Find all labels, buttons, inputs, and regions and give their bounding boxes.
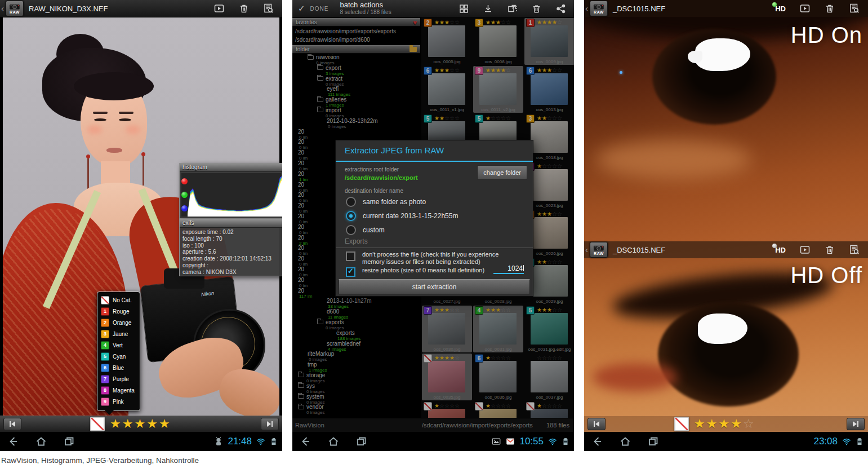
recent-apps-icon[interactable]	[355, 435, 368, 448]
model-earring-dangle	[87, 158, 89, 191]
star-icon[interactable]: ★	[718, 418, 731, 430]
start-extraction-button[interactable]: start extraction	[339, 279, 530, 294]
exif-panel-title[interactable]: exifs	[180, 219, 282, 228]
browse-files-icon[interactable]	[849, 3, 860, 14]
clock[interactable]: 21:48	[228, 436, 252, 447]
download-icon[interactable]	[483, 3, 493, 14]
back-chevron-icon[interactable]: ‹	[585, 3, 588, 13]
back-icon[interactable]	[591, 435, 603, 448]
page: Nikon histogram exifs exposure time : 0.…	[0, 0, 868, 468]
rawvision-app-icon[interactable]: RAW	[6, 1, 24, 16]
home-icon[interactable]	[619, 435, 631, 448]
star-rating[interactable]: ★★★★★	[110, 418, 171, 430]
trash-icon[interactable]	[824, 3, 835, 14]
histogram-panel-title[interactable]: histogram	[180, 164, 282, 172]
share-icon[interactable]	[555, 3, 566, 14]
browse-files-icon[interactable]	[849, 244, 860, 255]
star-icon[interactable]: ★	[146, 418, 159, 430]
star-icon[interactable]: ★	[706, 418, 719, 430]
trash-icon[interactable]	[824, 244, 835, 255]
recent-apps-icon[interactable]	[647, 435, 660, 448]
back-icon[interactable]	[7, 435, 19, 448]
back-chevron-icon[interactable]: ‹	[585, 245, 588, 254]
previous-image-button[interactable]	[587, 418, 606, 430]
star-icon[interactable]: ★	[134, 418, 146, 430]
battery-icon[interactable]	[856, 436, 863, 447]
done-button[interactable]: DONE	[310, 6, 329, 12]
clock[interactable]: 10:55	[519, 436, 544, 447]
channel-dot[interactable]	[181, 192, 188, 198]
star-icon[interactable]: ☆	[743, 418, 755, 430]
slideshow-icon[interactable]	[799, 244, 811, 255]
no-category-icon[interactable]	[674, 417, 689, 431]
system-bar: 10:55	[292, 432, 574, 451]
hd-on-overlay-text: HD On	[791, 23, 862, 48]
back-icon[interactable]	[299, 435, 311, 448]
category-item-purple[interactable]: 7Purple	[97, 373, 140, 385]
wifi-icon[interactable]	[842, 436, 852, 447]
rawvision-app-icon[interactable]: RAW	[590, 1, 608, 16]
next-image-button[interactable]	[261, 418, 279, 430]
app-titlebar: ‹ RAW RAW_NIKON_D3X.NEF	[0, 0, 282, 17]
browse-files-icon[interactable]	[263, 3, 274, 14]
checkbox[interactable]	[346, 251, 355, 261]
category-item-vert[interactable]: 4Vert	[97, 339, 140, 351]
wifi-icon[interactable]	[547, 436, 558, 447]
category-label: Orange	[113, 320, 131, 326]
checkbox[interactable]	[346, 267, 355, 277]
category-label: Purple	[113, 376, 129, 382]
exif-row: exposure time : 0.02	[182, 229, 280, 236]
battery-icon[interactable]	[562, 436, 569, 447]
hd-toggle[interactable]: HD	[771, 5, 786, 13]
category-label: Vert	[113, 342, 123, 348]
category-item-jaune[interactable]: 3Jaune	[97, 328, 140, 339]
channel-dot[interactable]	[181, 178, 188, 184]
category-item-rouge[interactable]: 1Rouge	[97, 306, 140, 317]
hd-label: HD	[775, 246, 786, 254]
recent-apps-icon[interactable]	[63, 435, 75, 448]
star-icon[interactable]: ★	[122, 418, 135, 430]
resize-value-input[interactable]: 1024	[493, 264, 524, 274]
clock[interactable]: 23:08	[813, 436, 838, 447]
gmail-notification-icon[interactable]	[505, 436, 515, 447]
next-image-button[interactable]	[847, 418, 865, 430]
no-category-icon[interactable]	[90, 417, 105, 431]
slideshow-icon[interactable]	[213, 3, 225, 14]
star-icon[interactable]: ★	[110, 418, 122, 430]
select-all-icon[interactable]	[459, 3, 469, 14]
category-item-cyan[interactable]: 5Cyan	[97, 351, 140, 362]
home-icon[interactable]	[327, 435, 340, 448]
slideshow-icon[interactable]	[799, 3, 811, 14]
previous-image-button[interactable]	[3, 418, 21, 430]
hd-toggle[interactable]: HD	[771, 246, 786, 254]
done-check-icon[interactable]: ✓	[298, 3, 305, 14]
batch-actions-title: batch actions	[340, 1, 391, 8]
category-item-pink[interactable]: 9Pink	[97, 396, 140, 407]
extractor-dialog: Extractor JPEG from RAW extractions root…	[335, 140, 533, 297]
trash-icon[interactable]	[531, 3, 542, 14]
wifi-icon[interactable]	[256, 436, 266, 447]
category-item-magenta[interactable]: 8Magenta	[97, 385, 140, 396]
battery-icon[interactable]	[270, 436, 278, 447]
back-chevron-icon[interactable]: ‹	[1, 3, 4, 13]
exif-row: aperture : 5.6	[182, 249, 280, 255]
trash-icon[interactable]	[238, 3, 250, 14]
histogram-panel: histogram	[179, 163, 282, 219]
export-icon[interactable]	[507, 3, 518, 14]
checkbox-option[interactable]: don't process the file (check this if yo…	[346, 251, 526, 266]
selection-count: 8 selected / 188 files	[340, 8, 391, 16]
star-icon[interactable]: ★	[159, 418, 171, 430]
category-label: Magenta	[113, 387, 135, 394]
star-icon[interactable]: ★	[731, 418, 743, 430]
category-label: Rouge	[113, 308, 129, 315]
category-item-nocat[interactable]: No Cat.	[97, 294, 140, 306]
rawvision-app-icon[interactable]: RAW	[590, 242, 608, 258]
star-icon[interactable]: ★	[694, 418, 706, 430]
star-rating[interactable]: ★★★★☆	[694, 418, 755, 430]
gallery-notification-icon[interactable]	[491, 436, 501, 447]
channel-dot[interactable]	[181, 205, 188, 211]
home-icon[interactable]	[35, 435, 47, 448]
category-item-orange[interactable]: 2Orange	[97, 317, 140, 328]
category-item-blue[interactable]: 6Blue	[97, 362, 140, 373]
checkbox-label: don't process the file (check this if yo…	[362, 251, 501, 266]
